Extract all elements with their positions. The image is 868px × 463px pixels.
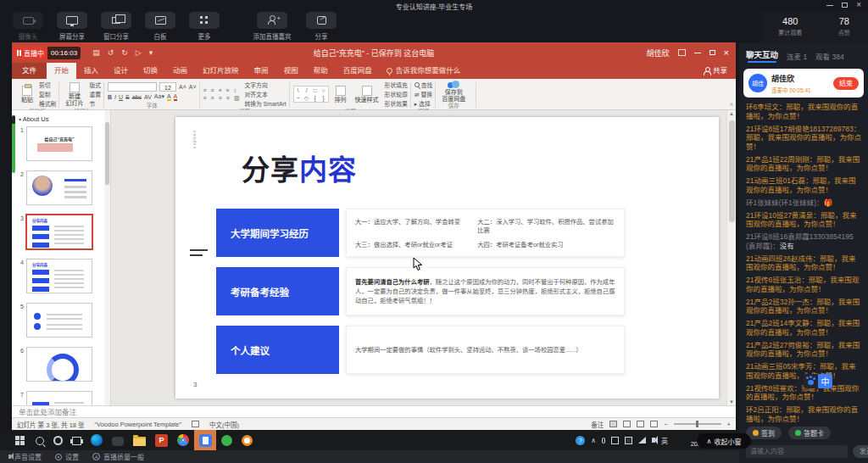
slide[interactable]: voodoo 分享内容 大学期间学习经历 大一：适应大学、了解方向、学会转变 大… xyxy=(175,117,719,399)
spellcheck-icon[interactable] xyxy=(192,421,199,427)
start-button-icon[interactable] xyxy=(14,434,26,447)
answer-card-button[interactable]: 答题卡 xyxy=(788,427,831,439)
volume-icon[interactable] xyxy=(652,438,655,443)
zoom-out-icon[interactable]: − xyxy=(664,421,667,428)
slide-thumbnail[interactable]: 6 xyxy=(17,347,103,382)
normal-view-icon[interactable] xyxy=(609,421,617,427)
cortana-icon[interactable] xyxy=(53,436,63,445)
search-icon[interactable] xyxy=(36,437,44,445)
tab-review[interactable]: 审阅 xyxy=(247,63,276,79)
slide-thumbnail[interactable]: 1 给自己“充充电” xyxy=(17,126,103,161)
font-name-combobox[interactable] xyxy=(108,82,157,92)
ppt-restore-icon[interactable] xyxy=(709,50,715,55)
font-size-combobox[interactable]: 12 xyxy=(159,82,176,92)
stream-tool-button[interactable]: 更多 xyxy=(185,12,224,41)
char-spacing-icon[interactable]: AV xyxy=(144,94,152,100)
select-button[interactable]: ▸ 选择 xyxy=(415,99,432,108)
redo-icon[interactable]: ↻ xyxy=(121,48,128,57)
photos-tray-icon[interactable] xyxy=(611,437,619,444)
stream-tool-button[interactable]: 添加直播嘉宾 xyxy=(248,12,297,41)
stream-tool-button[interactable]: 屏幕分享 xyxy=(53,12,92,41)
arrange-button[interactable]: 排列 xyxy=(332,86,349,103)
maximize-icon[interactable] xyxy=(842,3,848,8)
slide-thumbnail[interactable]: 2 xyxy=(17,170,103,205)
qat-dropdown-icon[interactable]: ▾ xyxy=(149,48,153,57)
tab-animation[interactable]: 动画 xyxy=(165,63,195,79)
tab-design[interactable]: 设计 xyxy=(106,63,136,79)
undo-icon[interactable]: ↺ xyxy=(108,48,114,57)
collapse-mini-window-button[interactable]: ∧ 收起小窗 xyxy=(697,433,751,449)
save-to-baidu-pan-button[interactable]: 保存到 百度网盘 xyxy=(439,81,468,102)
reading-view-icon[interactable] xyxy=(637,421,644,427)
tab-file[interactable]: 文件 xyxy=(12,63,47,79)
tab-insert[interactable]: 插入 xyxy=(76,63,106,79)
tab-transition[interactable]: 切换 xyxy=(136,63,165,79)
shape-outline-button[interactable]: 形状轮廓 xyxy=(385,90,408,98)
tab-mic-link[interactable]: 连麦 1 xyxy=(787,51,807,61)
tab-watchers[interactable]: 观看 384 xyxy=(815,51,844,61)
microphone-tray-icon[interactable] xyxy=(602,438,605,443)
reset-button[interactable]: 重置 xyxy=(89,90,101,98)
tab-chat[interactable]: 聊天互动 xyxy=(746,48,778,63)
powerpoint-taskbar-icon[interactable]: P xyxy=(155,434,168,447)
format-painter-button[interactable]: 格式刷 xyxy=(39,99,56,108)
ime-indicator[interactable]: 中 xyxy=(804,374,832,388)
scrollbar-thumb[interactable] xyxy=(729,120,735,222)
stream-tool-button[interactable]: 白板 xyxy=(141,12,180,41)
tell-me-box[interactable]: 告诉我你想要做什么 xyxy=(380,63,468,79)
app-icon-orange[interactable] xyxy=(242,435,253,446)
notes-toggle-button[interactable]: 备注 xyxy=(591,420,604,429)
align-text-button[interactable]: 对齐文本 xyxy=(245,90,287,98)
text-direction-button[interactable]: 文字方向 xyxy=(245,81,287,89)
canvas-scrollbar[interactable]: ▲ ▼ xyxy=(726,110,736,405)
italic-button[interactable]: I xyxy=(114,94,116,100)
layout-button[interactable]: 版式 xyxy=(89,81,101,89)
replace-button[interactable]: ⇄ 替换 xyxy=(415,90,432,98)
slide-thumbnail[interactable]: 7 xyxy=(17,391,103,405)
shapes-gallery[interactable]: \/□○ ~◇{} xyxy=(293,86,329,103)
font-color-icon[interactable]: A xyxy=(174,93,178,101)
zoom-in-icon[interactable]: + xyxy=(727,421,731,428)
live-app-taskbar-icon-active[interactable] xyxy=(194,430,216,450)
section-button[interactable]: 节 xyxy=(89,99,101,108)
cut-button[interactable]: 剪切 xyxy=(39,81,56,89)
underline-button[interactable]: U xyxy=(119,94,123,100)
notes-pane[interactable]: 单击此处添加备注 xyxy=(12,405,736,417)
collapse-ribbon-icon[interactable]: ˄ xyxy=(730,102,733,108)
app-icon-green[interactable] xyxy=(221,435,232,446)
chrome-icon[interactable] xyxy=(177,434,189,446)
grow-font-icon[interactable]: A˄ xyxy=(179,84,186,90)
app-icon-dark[interactable] xyxy=(112,437,124,446)
help-tray-icon[interactable]: ? xyxy=(576,436,585,445)
slideshow-icon[interactable]: ▷ xyxy=(136,48,142,57)
slide-thumbnail[interactable]: 4 分享内容 xyxy=(17,259,103,293)
close-icon[interactable]: × xyxy=(856,3,861,8)
task-view-icon[interactable] xyxy=(72,437,81,445)
shape-effects-button[interactable]: 形状效果 xyxy=(385,99,408,108)
stream-quality-indicator[interactable]: A直播质量一般 xyxy=(92,452,144,461)
ime-language-indicator[interactable]: 英 xyxy=(661,436,668,445)
change-case-icon[interactable]: Aa▾ xyxy=(154,93,164,100)
tab-view[interactable]: 视图 xyxy=(276,63,306,79)
chat-input[interactable] xyxy=(746,445,848,458)
highlight-color-icon[interactable]: A xyxy=(167,93,171,101)
checkin-button[interactable]: 签到 xyxy=(746,427,782,439)
ppt-minimize-icon[interactable] xyxy=(694,53,701,53)
file-explorer-icon[interactable] xyxy=(133,437,146,446)
zoom-slider[interactable] xyxy=(674,423,721,425)
ppt-account-name[interactable]: 胡佳欣 xyxy=(647,47,670,59)
find-button[interactable]: 查找 xyxy=(415,81,432,89)
ribbon-display-options-icon[interactable] xyxy=(678,49,686,56)
quick-styles-button[interactable]: 快速样式 xyxy=(353,86,381,103)
section-header[interactable]: ▾ About Us xyxy=(19,115,103,123)
language-status[interactable]: 中文(中国) xyxy=(209,420,239,429)
tab-home[interactable]: 开始 xyxy=(47,63,76,79)
minimize-icon[interactable] xyxy=(826,5,833,6)
slide-thumbnail[interactable]: 5 xyxy=(17,303,103,337)
tab-baidu-pan[interactable]: 百度网盘 xyxy=(336,63,380,79)
paste-button[interactable]: 粘贴 xyxy=(19,86,36,103)
stream-tool-button[interactable]: 摄像头 xyxy=(8,12,47,41)
slide-thumbnail[interactable]: 3 分享内容 xyxy=(17,215,103,249)
tray-expand-icon[interactable]: ∧ xyxy=(591,437,596,444)
send-button[interactable]: 发送 xyxy=(853,445,868,458)
